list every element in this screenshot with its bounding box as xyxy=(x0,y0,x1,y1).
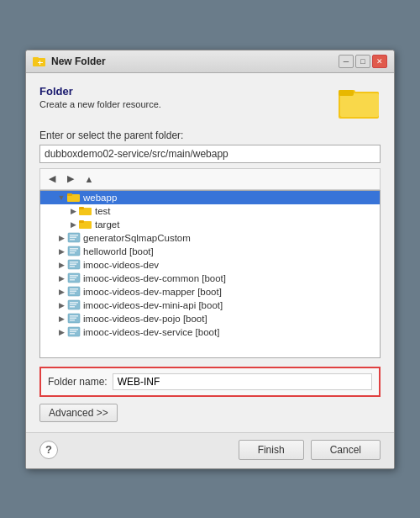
tree-item[interactable]: ▶ imooc-videos-dev-pojo [boot] xyxy=(40,312,380,325)
svg-rect-29 xyxy=(70,278,76,279)
svg-rect-30 xyxy=(70,279,75,281)
section-title: Folder xyxy=(39,85,161,98)
svg-rect-17 xyxy=(70,237,76,239)
folder-name-section: Folder name: xyxy=(39,367,381,397)
folder-icon xyxy=(79,205,92,216)
bottom-bar: ? Finish Cancel xyxy=(26,432,394,468)
tree-item[interactable]: ▶ target xyxy=(40,218,380,231)
section-desc: Create a new folder resource. xyxy=(39,99,161,109)
folder-icon xyxy=(79,219,92,230)
cancel-button[interactable]: Cancel xyxy=(311,440,381,460)
project-icon xyxy=(67,246,81,256)
svg-rect-40 xyxy=(70,315,78,317)
svg-rect-38 xyxy=(70,306,75,308)
tree-item[interactable]: ▶ imooc-videos-dev-mini-api [boot] xyxy=(40,299,380,312)
maximize-button[interactable]: □ xyxy=(355,55,370,68)
folder-name-input[interactable] xyxy=(113,373,372,390)
tree-item[interactable]: ▶ test xyxy=(40,204,380,218)
up-button[interactable]: ▲ xyxy=(81,171,97,188)
svg-rect-21 xyxy=(70,251,76,252)
minimize-button[interactable]: ─ xyxy=(339,55,354,68)
folder-icon-large xyxy=(339,85,381,120)
project-icon xyxy=(67,326,81,337)
project-icon xyxy=(67,272,81,283)
tree-item[interactable]: ▼ webapp xyxy=(40,191,380,204)
parent-folder-label: Enter or select the parent folder: xyxy=(39,130,381,141)
tree-toolbar: ◀ ▶ ▲ xyxy=(39,168,381,190)
svg-rect-46 xyxy=(70,333,75,335)
svg-rect-28 xyxy=(70,275,78,277)
svg-rect-7 xyxy=(340,93,379,117)
forward-button[interactable]: ▶ xyxy=(62,171,79,188)
svg-rect-18 xyxy=(70,239,75,240)
parent-folder-input[interactable] xyxy=(39,145,381,163)
tree-item[interactable]: ▶ imooc-videos-dev-mapper [boot] xyxy=(40,285,380,299)
svg-rect-1 xyxy=(33,57,39,60)
svg-rect-3 xyxy=(39,61,40,65)
svg-rect-26 xyxy=(70,266,75,267)
svg-rect-34 xyxy=(70,293,75,294)
project-icon xyxy=(67,299,81,310)
svg-rect-32 xyxy=(70,288,78,290)
help-button[interactable]: ? xyxy=(39,441,58,459)
svg-rect-42 xyxy=(70,320,75,321)
folder-name-label: Folder name: xyxy=(48,376,108,388)
svg-rect-37 xyxy=(70,304,76,306)
dialog-title: New Folder xyxy=(51,56,106,67)
advanced-button[interactable]: Advanced >> xyxy=(39,404,118,422)
svg-rect-14 xyxy=(79,220,84,223)
project-icon xyxy=(67,232,81,243)
svg-rect-20 xyxy=(70,248,78,250)
dialog-content: Folder Create a new folder resource. Ent… xyxy=(26,73,394,432)
svg-rect-12 xyxy=(79,207,84,209)
close-button[interactable]: ✕ xyxy=(372,55,387,68)
svg-rect-24 xyxy=(70,262,78,263)
project-icon xyxy=(67,286,81,297)
new-folder-dialog: New Folder ─ □ ✕ Folder Create a new fol… xyxy=(25,50,395,469)
svg-rect-10 xyxy=(67,193,72,196)
svg-rect-41 xyxy=(70,318,76,320)
folder-icon xyxy=(67,192,81,203)
titlebar: New Folder ─ □ ✕ xyxy=(26,50,394,73)
svg-rect-33 xyxy=(70,291,76,293)
svg-rect-8 xyxy=(339,90,354,96)
project-icon xyxy=(67,313,81,324)
folder-tree[interactable]: ▼ webapp ▶ test ▶ xyxy=(39,190,381,358)
titlebar-icon xyxy=(33,55,46,68)
tree-item[interactable]: ▶ imooc-videos-dev xyxy=(40,258,380,272)
svg-rect-45 xyxy=(70,331,76,333)
svg-rect-16 xyxy=(70,235,78,236)
tree-item[interactable]: ▶ imooc-videos-dev-common [boot] xyxy=(40,272,380,285)
tree-item[interactable]: ▶ generatorSqlmapCustom xyxy=(40,231,380,245)
tree-item[interactable]: ▶ helloworld [boot] xyxy=(40,245,380,258)
svg-rect-36 xyxy=(70,302,78,304)
svg-rect-44 xyxy=(70,329,78,330)
back-button[interactable]: ◀ xyxy=(44,171,60,188)
tree-item[interactable]: ▶ imooc-videos-dev-service [boot] xyxy=(40,325,380,339)
svg-rect-22 xyxy=(70,252,75,254)
finish-button[interactable]: Finish xyxy=(239,440,304,460)
project-icon xyxy=(67,259,81,270)
svg-rect-25 xyxy=(70,264,76,266)
